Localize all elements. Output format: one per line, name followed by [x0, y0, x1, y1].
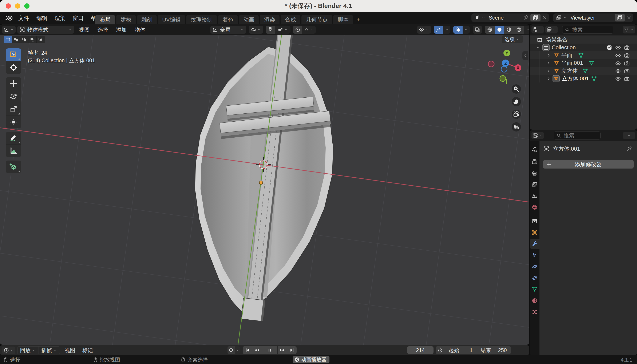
tab-physics[interactable] [530, 262, 539, 272]
tool-add-cube[interactable] [6, 160, 21, 173]
scene-name[interactable]: Scene [486, 15, 523, 21]
outliner-editor-type-dropdown[interactable] [531, 26, 544, 34]
viewport-menu-add[interactable]: 添加 [113, 26, 130, 34]
frame-start-field[interactable]: 起始 1 [445, 346, 477, 354]
jump-to-end-button[interactable] [287, 346, 297, 354]
viewport-3d[interactable]: 物体模式 视图 选择 添加 物体 全局 [0, 24, 529, 345]
snap-toggle-button[interactable] [266, 26, 275, 34]
tool-select-box[interactable] [6, 48, 21, 61]
tab-texture-paint[interactable]: 纹理绘制 [186, 15, 217, 24]
outliner-display-mode-dropdown[interactable] [545, 26, 558, 34]
viewport-menu-view[interactable]: 视图 [76, 26, 93, 34]
tab-layout[interactable]: 布局 [95, 15, 115, 24]
expand-icon[interactable] [546, 68, 551, 74]
expand-icon[interactable] [546, 60, 551, 66]
proportional-edit-toggle[interactable] [293, 26, 302, 34]
overlays-settings-dropdown[interactable] [463, 26, 470, 34]
pin-icon[interactable] [626, 146, 632, 152]
tab-constraints[interactable] [530, 273, 539, 283]
menu-edit[interactable]: 编辑 [33, 12, 51, 24]
expand-icon[interactable] [536, 45, 541, 50]
mode-dropdown[interactable]: 物体模式 [17, 26, 74, 34]
properties-search[interactable] [554, 132, 600, 140]
tab-render[interactable] [530, 157, 539, 167]
viewport-canvas[interactable] [0, 24, 529, 345]
close-icon[interactable] [541, 15, 549, 20]
outliner-search[interactable] [562, 26, 613, 34]
eye-icon[interactable] [615, 76, 621, 82]
tab-shading[interactable]: 着色 [218, 15, 238, 24]
menu-file[interactable]: 文件 [15, 12, 33, 24]
tab-sculpting[interactable]: 雕刻 [137, 15, 157, 24]
tab-animation[interactable]: 动画 [239, 15, 259, 24]
select-extend-button[interactable] [12, 36, 20, 43]
menu-marker[interactable]: 标记 [80, 347, 95, 354]
menu-window[interactable]: 窗口 [69, 12, 87, 24]
tool-measure[interactable] [6, 144, 21, 157]
tab-object[interactable] [530, 228, 539, 238]
tab-world[interactable] [530, 202, 539, 212]
select-invert-button[interactable] [29, 36, 37, 43]
tab-uv-editing[interactable]: UV编辑 [158, 15, 185, 24]
gizmo-axis-neg-x[interactable] [488, 61, 494, 67]
tab-scripting[interactable]: 脚本 [333, 15, 353, 24]
camera-visibility-icon[interactable] [624, 60, 630, 66]
toggle-orthographic-button[interactable] [512, 122, 521, 132]
visibility-dropdown[interactable] [417, 26, 431, 34]
tab-output[interactable] [530, 168, 539, 178]
properties-search-input[interactable] [563, 132, 589, 139]
eye-icon[interactable] [615, 60, 621, 66]
frame-end-field[interactable]: 结束 250 [477, 346, 511, 354]
menu-keying[interactable]: 插帧 [39, 347, 60, 354]
close-icon[interactable] [625, 15, 633, 20]
menu-timeline-view[interactable]: 视图 [62, 347, 78, 354]
pin-icon[interactable] [523, 15, 529, 20]
shading-rendered-button[interactable] [514, 26, 524, 34]
tab-collection[interactable] [530, 216, 539, 226]
tab-object-data[interactable] [530, 284, 539, 294]
tab-modeling[interactable]: 建模 [116, 15, 136, 24]
animation-player-badge[interactable]: 动画播放器 [293, 356, 329, 363]
outliner-row-plane-001[interactable]: 平面.001 [530, 59, 637, 67]
timeline-editor-type-dropdown[interactable] [2, 346, 15, 354]
jump-to-start-button[interactable] [243, 346, 252, 354]
shading-solid-button[interactable] [495, 26, 504, 34]
properties-options-dropdown[interactable] [623, 132, 635, 139]
viewport-menu-object[interactable]: 物体 [131, 26, 148, 34]
shading-wireframe-button[interactable] [485, 26, 495, 34]
transform-orientation-dropdown[interactable]: 全局 [210, 26, 246, 34]
tool-cursor[interactable] [6, 61, 21, 74]
gizmo-axis-y[interactable]: Y [503, 50, 510, 56]
show-overlays-toggle[interactable] [453, 26, 463, 34]
tab-compositing[interactable]: 合成 [281, 15, 300, 24]
show-gizmo-toggle[interactable] [434, 26, 443, 34]
new-view-layer-icon[interactable] [615, 14, 625, 22]
gizmo-axis-z[interactable]: Z [502, 60, 509, 67]
gizmo-axis-x[interactable]: X [515, 64, 521, 71]
camera-view-button[interactable] [512, 110, 521, 119]
tab-particles[interactable] [530, 250, 539, 260]
pan-view-button[interactable] [512, 97, 521, 106]
current-frame-field[interactable]: 214 [407, 346, 434, 354]
tool-annotate[interactable] [6, 132, 21, 144]
gizmo-settings-dropdown[interactable] [443, 26, 450, 34]
tab-scene[interactable] [530, 191, 539, 201]
viewport-options-button[interactable]: 选项 [502, 35, 523, 43]
expand-icon[interactable] [546, 53, 551, 58]
select-subtract-button[interactable] [20, 36, 29, 43]
camera-visibility-icon[interactable] [624, 68, 630, 74]
select-set-button[interactable] [4, 36, 12, 43]
tool-transform[interactable] [6, 116, 21, 128]
outliner-row-scene-collection[interactable]: 场景集合 [530, 36, 637, 44]
tab-material[interactable] [530, 296, 539, 306]
tab-view-layer[interactable] [530, 180, 539, 190]
outliner-search-input[interactable] [572, 26, 602, 33]
use-preview-range-toggle[interactable] [436, 346, 445, 354]
auto-keying-toggle[interactable] [228, 346, 235, 354]
scene-icon[interactable] [473, 15, 481, 20]
chevron-down-icon[interactable] [563, 16, 567, 20]
chevron-down-icon[interactable] [481, 16, 486, 20]
gizmo-axis-neg-y[interactable] [500, 76, 506, 82]
tab-texture[interactable] [530, 307, 539, 317]
tab-geometry-nodes[interactable]: 几何节点 [301, 15, 332, 24]
